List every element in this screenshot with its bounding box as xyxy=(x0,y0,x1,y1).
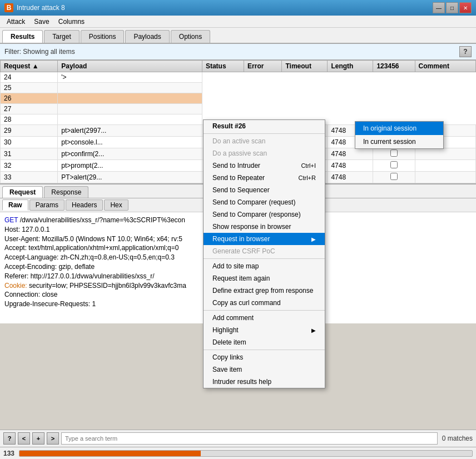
search-bar: ? < + > 0 matches xyxy=(0,430,476,447)
submenu: In original sessionIn current session xyxy=(355,121,444,149)
cell-id: 29 xyxy=(1,125,58,137)
cell-payload: alert(29979245...</td> <td data-name="ce… xyxy=(58,83,202,93)
submenu-item[interactable]: In current session xyxy=(355,135,443,148)
maximize-button[interactable]: □ xyxy=(446,2,458,13)
ctx-label: Add to site map xyxy=(212,262,259,270)
forward-button[interactable]: + xyxy=(32,432,44,445)
ctx-item: Generate CSRF PoC xyxy=(204,245,325,257)
cell-payload: pt>alert(2997... xyxy=(58,125,202,137)
cell-comment xyxy=(415,160,475,172)
ctx-item[interactable]: Send to Comparer (response) xyxy=(204,208,325,221)
cell-length: 4748 xyxy=(328,172,373,183)
cell-checked[interactable] xyxy=(373,148,415,160)
menu-attack[interactable]: Attack xyxy=(2,17,29,27)
tab-payloads[interactable]: Payloads xyxy=(125,30,169,43)
ctx-item[interactable]: Request item again xyxy=(204,272,325,285)
ctx-item[interactable]: Add to site map xyxy=(204,260,325,272)
ctx-item[interactable]: Highlight▶ xyxy=(204,324,325,336)
ctx-item[interactable]: Result #26 xyxy=(204,120,325,132)
ctx-label: Add comment xyxy=(212,314,254,322)
cell-payload: PT>alert(29... xyxy=(58,172,202,183)
ctx-item[interactable]: Add comment xyxy=(204,312,325,324)
table-row[interactable]: 27 confirm(299792...</td> <td data-name=… xyxy=(1,104,476,114)
back-button[interactable]: < xyxy=(18,432,30,445)
main-tabs: Results Target Positions Payloads Option… xyxy=(0,28,476,44)
format-headers[interactable]: Headers xyxy=(66,199,103,211)
ctx-item[interactable]: Send to RepeaterCtrl+R xyxy=(204,172,325,184)
titlebar: B Intruder attack 8 — □ ✕ xyxy=(0,0,476,16)
ctx-label: Send to Comparer (request) xyxy=(212,198,295,206)
tab-options[interactable]: Options xyxy=(171,30,210,43)
ctx-label: Send to Sequencer xyxy=(212,186,270,194)
ctx-item[interactable]: Send to IntruderCtrl+I xyxy=(204,159,325,172)
ctx-item[interactable]: Intruder results help xyxy=(204,376,325,388)
ctx-item[interactable]: Request in browser▶ xyxy=(204,233,325,245)
ctx-label: Copy links xyxy=(212,353,243,361)
status-bar: 133 xyxy=(0,447,476,459)
col-123456[interactable]: 123456 xyxy=(373,61,415,72)
cell-id: 32 xyxy=(1,160,58,172)
cell-checked[interactable] xyxy=(373,172,415,183)
ctx-item[interactable]: Send to Comparer (request) xyxy=(204,196,325,208)
help-button[interactable]: ? xyxy=(459,46,472,57)
prev-button[interactable]: ? xyxy=(3,432,16,445)
next-button[interactable]: > xyxy=(47,432,59,445)
tab-target[interactable]: Target xyxy=(44,30,79,43)
table-row[interactable]: 26 console.log(299...</td> <td data-name… xyxy=(1,93,476,104)
ctx-shortcut: Ctrl+I xyxy=(301,162,316,169)
cell-checked[interactable] xyxy=(373,160,415,172)
tab-response[interactable]: Response xyxy=(44,186,88,198)
ctx-item[interactable]: Show response in browser xyxy=(204,221,325,233)
col-status[interactable]: Status xyxy=(202,61,244,72)
ctx-label: Do an active scan xyxy=(212,137,265,145)
context-menu: Result #26Do an active scanDo a passive … xyxy=(203,119,325,388)
filter-label: Filter: Showing all items xyxy=(4,48,75,56)
match-count: 0 matches xyxy=(442,435,473,442)
ctx-item[interactable]: Define extract grep from response xyxy=(204,285,325,297)
ctx-item: Do a passive scan xyxy=(204,147,325,159)
submenu-item[interactable]: In original session xyxy=(355,122,443,135)
col-comment[interactable]: Comment xyxy=(415,61,475,72)
col-error[interactable]: Error xyxy=(244,61,282,72)
ctx-label: Send to Intruder xyxy=(212,162,260,169)
minimize-button[interactable]: — xyxy=(433,2,445,13)
col-payload[interactable]: Payload xyxy=(58,61,202,72)
ctx-item[interactable]: Copy links xyxy=(204,351,325,363)
search-input[interactable] xyxy=(61,432,438,445)
cell-payload: pt>console.l... xyxy=(58,137,202,148)
col-length[interactable]: Length xyxy=(328,61,373,72)
filter-bar: Filter: Showing all items ? xyxy=(0,44,476,60)
cell-payload: '>prompt(29997924...</td> <td data-name=… xyxy=(58,72,202,83)
cell-id: 31 xyxy=(1,148,58,160)
col-timeout[interactable]: Timeout xyxy=(282,61,328,72)
format-raw[interactable]: Raw xyxy=(2,199,28,211)
ctx-label: Delete item xyxy=(212,338,246,346)
menu-save[interactable]: Save xyxy=(29,17,53,27)
ctx-label: Highlight xyxy=(212,326,239,334)
col-request[interactable]: Request ▲ xyxy=(1,61,58,72)
tab-results[interactable]: Results xyxy=(2,30,43,43)
format-params[interactable]: Params xyxy=(29,199,65,211)
cell-payload: pt>confirm(2... xyxy=(58,148,202,160)
ctx-label: Send to Comparer (response) xyxy=(212,211,301,218)
cell-payload: console.log(299...</td> <td data-name="c… xyxy=(58,93,202,104)
tab-request[interactable]: Request xyxy=(2,186,43,198)
close-button[interactable]: ✕ xyxy=(459,2,472,13)
table-row[interactable]: 25 alert(29979245...</td> <td data-name=… xyxy=(1,83,476,93)
window-title: Intruder attack 8 xyxy=(17,4,433,12)
tab-positions[interactable]: Positions xyxy=(81,30,125,43)
ctx-label: Copy as curl command xyxy=(212,299,281,307)
ctx-label: Save item xyxy=(212,366,242,373)
ctx-item[interactable]: Save item xyxy=(204,363,325,376)
ctx-item[interactable]: Send to Sequencer xyxy=(204,184,325,196)
cell-payload: prompt(299792...</td> <td data-name="cel… xyxy=(58,114,202,125)
menu-columns[interactable]: Columns xyxy=(54,17,89,27)
ctx-item[interactable]: Copy as curl command xyxy=(204,297,325,309)
ctx-label: Request item again xyxy=(212,275,270,282)
format-hex[interactable]: Hex xyxy=(104,199,128,211)
ctx-label: Generate CSRF PoC xyxy=(212,247,275,255)
table-row[interactable]: 24 '>prompt(29997924...</td> <td data-na… xyxy=(1,72,476,83)
ctx-item[interactable]: Delete item xyxy=(204,336,325,348)
cell-id: 26 xyxy=(1,93,58,104)
ctx-item: Do an active scan xyxy=(204,135,325,147)
